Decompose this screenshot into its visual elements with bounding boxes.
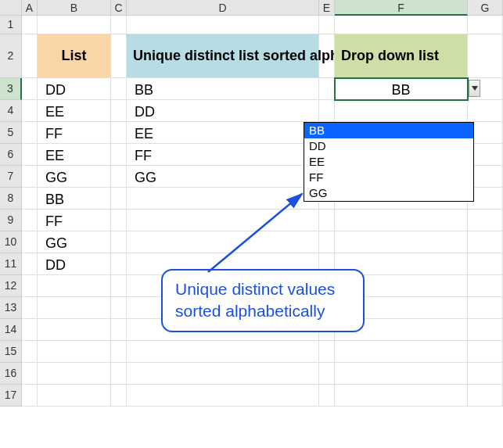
cell-D15[interactable] — [127, 341, 319, 363]
row-header-1[interactable]: 1 — [0, 16, 22, 34]
cell-F4[interactable] — [335, 100, 468, 122]
dropdown-list[interactable]: BBDDEEFFGG — [304, 122, 474, 202]
dropdown-option[interactable]: FF — [304, 170, 473, 185]
cell-A10[interactable] — [22, 231, 38, 253]
cell-F2[interactable]: Drop down list — [335, 34, 468, 78]
cell-G15[interactable] — [468, 341, 503, 363]
cell-D2[interactable]: Unique distinct list sorted alphabetical… — [127, 34, 319, 78]
row-header-6[interactable]: 6 — [0, 144, 22, 166]
select-all-corner[interactable] — [0, 0, 22, 16]
cell-G17[interactable] — [468, 385, 503, 407]
col-header-D[interactable]: D — [127, 0, 319, 16]
cell-D16[interactable] — [127, 363, 319, 385]
cell-A8[interactable] — [22, 188, 38, 210]
cell-B11[interactable]: DD — [38, 253, 111, 275]
cell-C14[interactable] — [111, 319, 127, 341]
row-header-8[interactable]: 8 — [0, 188, 22, 210]
cell-G1[interactable] — [468, 16, 503, 34]
row-header-10[interactable]: 10 — [0, 231, 22, 253]
cell-E3[interactable] — [319, 78, 335, 100]
dropdown-option[interactable]: EE — [304, 154, 473, 170]
cell-B6[interactable]: EE — [38, 144, 111, 166]
cell-G2[interactable] — [468, 34, 503, 78]
cell-G16[interactable] — [468, 363, 503, 385]
cell-C4[interactable] — [111, 100, 127, 122]
cell-B12[interactable] — [38, 275, 111, 297]
cell-B10[interactable]: GG — [38, 231, 111, 253]
cell-A16[interactable] — [22, 363, 38, 385]
col-header-C[interactable]: C — [111, 0, 127, 16]
cell-D10[interactable] — [127, 231, 319, 253]
cell-A13[interactable] — [22, 297, 38, 319]
row-header-14[interactable]: 14 — [0, 319, 22, 341]
col-header-B[interactable]: B — [38, 0, 111, 16]
cell-D8[interactable] — [127, 188, 319, 210]
cell-C6[interactable] — [111, 144, 127, 166]
cell-C17[interactable] — [111, 385, 127, 407]
cell-F1[interactable] — [335, 16, 468, 34]
cell-A9[interactable] — [22, 210, 38, 231]
col-header-A[interactable]: A — [22, 0, 38, 16]
cell-D4[interactable]: DD — [127, 100, 319, 122]
cell-G13[interactable] — [468, 297, 503, 319]
cell-E4[interactable] — [319, 100, 335, 122]
cell-G11[interactable] — [468, 253, 503, 275]
cell-B7[interactable]: GG — [38, 166, 111, 188]
cell-D1[interactable] — [127, 16, 319, 34]
cell-F16[interactable] — [335, 363, 468, 385]
cell-C3[interactable] — [111, 78, 127, 100]
cell-B4[interactable]: EE — [38, 100, 111, 122]
cell-F3[interactable]: BB — [335, 78, 468, 100]
cell-E16[interactable] — [319, 363, 335, 385]
cell-C8[interactable] — [111, 188, 127, 210]
cell-A17[interactable] — [22, 385, 38, 407]
row-header-16[interactable]: 16 — [0, 363, 22, 385]
cell-B3[interactable]: DD — [38, 78, 111, 100]
cell-A1[interactable] — [22, 16, 38, 34]
cell-G14[interactable] — [468, 319, 503, 341]
cell-A15[interactable] — [22, 341, 38, 363]
cell-D5[interactable]: EE — [127, 122, 319, 144]
cell-E17[interactable] — [319, 385, 335, 407]
cell-C10[interactable] — [111, 231, 127, 253]
dropdown-button[interactable] — [469, 80, 480, 97]
cell-A4[interactable] — [22, 100, 38, 122]
cell-C2[interactable] — [111, 34, 127, 78]
row-header-9[interactable]: 9 — [0, 210, 22, 231]
cell-F17[interactable] — [335, 385, 468, 407]
cell-C12[interactable] — [111, 275, 127, 297]
cell-A14[interactable] — [22, 319, 38, 341]
cell-A7[interactable] — [22, 166, 38, 188]
cell-B9[interactable]: FF — [38, 210, 111, 231]
dropdown-option[interactable]: GG — [304, 185, 473, 201]
cell-C1[interactable] — [111, 16, 127, 34]
row-header-17[interactable]: 17 — [0, 385, 22, 407]
cell-B15[interactable] — [38, 341, 111, 363]
cell-A6[interactable] — [22, 144, 38, 166]
cell-G12[interactable] — [468, 275, 503, 297]
cell-F9[interactable] — [335, 210, 468, 231]
row-header-2[interactable]: 2 — [0, 34, 22, 78]
cell-B14[interactable] — [38, 319, 111, 341]
cell-B1[interactable] — [38, 16, 111, 34]
cell-F10[interactable] — [335, 231, 468, 253]
row-header-15[interactable]: 15 — [0, 341, 22, 363]
cell-C7[interactable] — [111, 166, 127, 188]
cell-C15[interactable] — [111, 341, 127, 363]
cell-E2[interactable] — [319, 34, 335, 78]
cell-D7[interactable]: GG — [127, 166, 319, 188]
row-header-5[interactable]: 5 — [0, 122, 22, 144]
row-header-7[interactable]: 7 — [0, 166, 22, 188]
cell-G9[interactable] — [468, 210, 503, 231]
cell-G4[interactable] — [468, 100, 503, 122]
col-header-G[interactable]: G — [468, 0, 503, 16]
cell-C9[interactable] — [111, 210, 127, 231]
row-header-12[interactable]: 12 — [0, 275, 22, 297]
cell-B2[interactable]: List — [38, 34, 111, 78]
cell-D3[interactable]: BB — [127, 78, 319, 100]
cell-E15[interactable] — [319, 341, 335, 363]
cell-E9[interactable] — [319, 210, 335, 231]
col-header-E[interactable]: E — [319, 0, 335, 16]
cell-D6[interactable]: FF — [127, 144, 319, 166]
cell-F15[interactable] — [335, 341, 468, 363]
